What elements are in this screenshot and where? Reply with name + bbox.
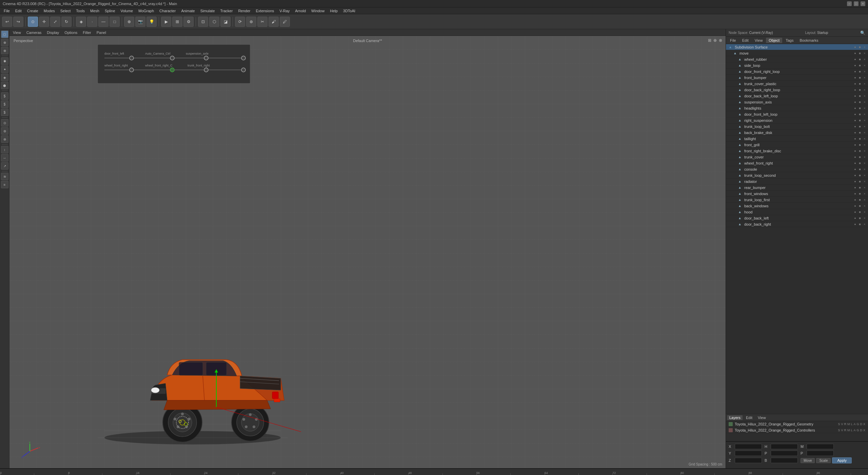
lock-icon[interactable]: ■ [858, 223, 862, 226]
delete-icon[interactable]: × [863, 64, 867, 67]
lock-icon[interactable]: ■ [858, 52, 862, 55]
object-row-front-grill[interactable]: ▲front_grill●■× [726, 142, 868, 148]
visibility-icon[interactable]: ● [853, 107, 857, 110]
coord-z-input[interactable] [735, 458, 762, 463]
layer-row-1[interactable]: Toyota_Hilux_2022_Orange_Rigged_Controll… [726, 427, 868, 433]
layers-tab-edit[interactable]: Edit [744, 415, 754, 420]
null-object-button[interactable]: ⊕ [124, 17, 134, 27]
layer-icon-d[interactable]: D [860, 422, 862, 426]
object-row-trunk-cover[interactable]: ▲trunk_cover●■× [726, 154, 868, 160]
delete-icon[interactable]: × [863, 58, 867, 61]
right-tab-object[interactable]: Object [766, 38, 782, 43]
coord-m-input[interactable] [807, 444, 834, 449]
left-tool-10[interactable]: ⊙ [1, 119, 8, 127]
object-row-wheel-front-right[interactable]: ▲wheel_front_right●■× [726, 160, 868, 166]
visibility-icon[interactable]: ● [853, 180, 857, 183]
delete-icon[interactable]: × [863, 186, 867, 189]
lock-icon[interactable]: ■ [858, 204, 862, 208]
object-row-door-back-right[interactable]: ▲door_back_right●■× [726, 221, 868, 227]
coord-n-input[interactable] [807, 451, 834, 456]
object-row-trunk-cover-plastic[interactable]: ▲trunk_cover_plastic●■× [726, 81, 868, 87]
object-row-back-windows[interactable]: ▲back_windows●■× [726, 203, 868, 209]
lock-icon[interactable]: ■ [858, 70, 862, 73]
layer-icon-x[interactable]: X [863, 422, 865, 426]
delete-icon[interactable]: × [863, 192, 867, 195]
right-tab-edit[interactable]: Edit [739, 38, 751, 43]
menu-item-mesh[interactable]: Mesh [88, 8, 102, 14]
edge-mode-button[interactable]: — [98, 17, 108, 27]
left-tool-1[interactable]: ⊕ [1, 39, 8, 46]
delete-icon[interactable]: × [863, 70, 867, 73]
lock-icon[interactable]: ■ [858, 216, 862, 220]
rotate-tool-button[interactable]: ↻ [61, 17, 72, 27]
visibility-icon[interactable]: ● [853, 155, 857, 159]
lock-icon[interactable]: ■ [858, 162, 862, 165]
object-mode-button[interactable]: ◈ [76, 17, 86, 27]
visibility-icon[interactable]: ● [853, 58, 857, 61]
visibility-icon[interactable]: ● [853, 45, 857, 49]
object-row-trunk-loop-bolt[interactable]: ▲trunk_loop_bolt●■× [726, 124, 868, 130]
layer-icon-a[interactable]: A [853, 429, 855, 432]
lock-icon[interactable]: ■ [858, 180, 862, 183]
delete-icon[interactable]: × [863, 162, 867, 165]
visibility-icon[interactable]: ● [853, 88, 857, 92]
layer-icon-l[interactable]: L [851, 422, 852, 426]
layer-icon-s[interactable]: S [838, 429, 840, 432]
lock-icon[interactable]: ■ [858, 192, 862, 195]
left-tool-17[interactable]: ≡ [1, 181, 8, 188]
menu-item-create[interactable]: Create [25, 8, 41, 14]
lock-icon[interactable]: ■ [858, 125, 862, 128]
menu-item-render[interactable]: Render [236, 8, 253, 14]
move-tool-button[interactable]: ✛ [39, 17, 49, 27]
point-mode-button[interactable]: · [87, 17, 97, 27]
visibility-icon[interactable]: ● [853, 143, 857, 147]
delete-icon[interactable]: × [863, 107, 867, 110]
object-row-hood[interactable]: ▲hood●■× [726, 209, 868, 215]
visibility-icon[interactable]: ● [853, 204, 857, 208]
menu-item-tools[interactable]: Tools [74, 8, 87, 14]
object-row-headlights[interactable]: ▲headlights●■× [726, 105, 868, 111]
extrude-button[interactable]: ⬡ [209, 17, 219, 27]
menu-item-volume[interactable]: Volume [118, 8, 136, 14]
visibility-icon[interactable]: ● [853, 198, 857, 202]
layer-icon-x[interactable]: X [863, 429, 865, 432]
object-row-back-brake-disk[interactable]: ▲back_brake_disk●■× [726, 130, 868, 136]
lock-icon[interactable]: ■ [858, 88, 862, 92]
window-controls[interactable]: − □ × [847, 1, 865, 6]
object-row-Subdivision Surface[interactable]: ▲Subdivision Surface●■× [726, 44, 868, 50]
lock-icon[interactable]: ■ [858, 113, 862, 116]
undo-button[interactable]: ↩ [2, 17, 12, 27]
magnet-button[interactable]: ⊛ [246, 17, 256, 27]
menu-item-3dtoai[interactable]: 3DToAI [341, 8, 358, 14]
lock-icon[interactable]: ■ [858, 94, 862, 98]
delete-icon[interactable]: × [863, 82, 867, 86]
left-tool-5[interactable]: ◈ [1, 74, 8, 81]
lock-icon[interactable]: ■ [858, 210, 862, 214]
layers-tab-view[interactable]: View [756, 415, 768, 420]
object-row-front-bumper[interactable]: ▲front_bumper●■× [726, 75, 868, 81]
visibility-icon[interactable]: ● [853, 119, 857, 122]
layer-row-0[interactable]: Toyota_Hilux_2022_Orange_Rigged_Geometry… [726, 421, 868, 427]
knife-button[interactable]: ✂ [257, 17, 268, 27]
delete-icon[interactable]: × [863, 210, 867, 214]
visibility-icon[interactable]: ● [853, 216, 857, 220]
delete-icon[interactable]: × [863, 131, 867, 134]
left-tool-8[interactable]: $ [1, 100, 8, 108]
right-tab-bookmarks[interactable]: Bookmarks [797, 38, 821, 43]
right-tab-view[interactable]: View [752, 38, 766, 43]
coord-h-input[interactable] [771, 444, 798, 449]
visibility-icon[interactable]: ● [853, 113, 857, 116]
delete-icon[interactable]: × [863, 137, 867, 140]
visibility-icon[interactable]: ● [853, 94, 857, 98]
object-row-rear-bumper[interactable]: ▲rear_bumper●■× [726, 185, 868, 191]
layers-tab-layers[interactable]: Layers [727, 415, 743, 420]
layer-icon-r[interactable]: R [844, 429, 846, 432]
camera-button[interactable]: 📷 [135, 17, 145, 27]
object-row-door-back-left-loop[interactable]: ▲door_back_left_loop●■× [726, 93, 868, 99]
object-row-wheel-rubber[interactable]: ▲wheel_rubber●■× [726, 56, 868, 62]
delete-icon[interactable]: × [863, 198, 867, 202]
layer-icon-a[interactable]: A [853, 422, 855, 426]
layer-icon-g[interactable]: G [856, 429, 859, 432]
left-tool-3[interactable]: ✱ [1, 57, 8, 65]
object-row-taillight[interactable]: ▲taillight●■× [726, 136, 868, 142]
